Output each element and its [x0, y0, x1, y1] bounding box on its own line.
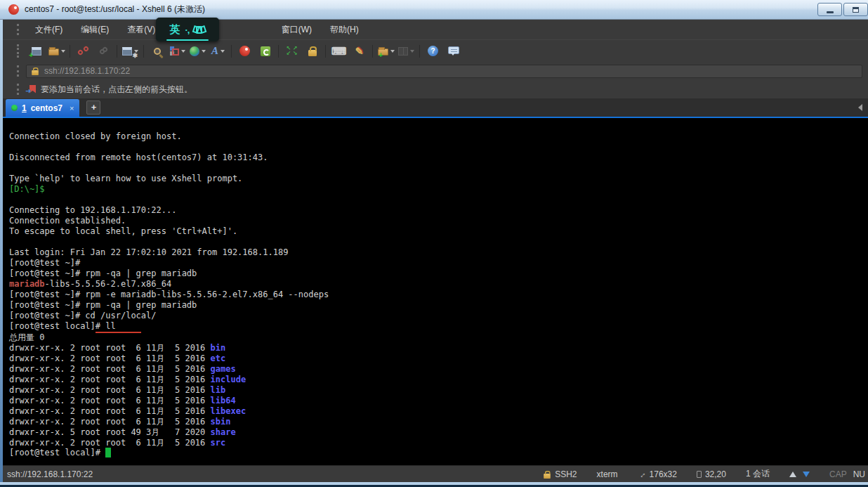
terminal-line: Disconnected from remote host(centos7) a… — [9, 152, 868, 163]
ssh-lock-icon — [544, 473, 551, 478]
minimize-button[interactable] — [817, 3, 842, 16]
dropdown-caret-icon[interactable] — [181, 50, 185, 53]
lock-icon[interactable] — [303, 43, 322, 60]
cursor-position-icon — [697, 471, 702, 478]
maximize-button[interactable] — [843, 3, 868, 16]
terminal-line — [9, 163, 868, 174]
xshell-window: centos7 - root@test:/usr/local - Xshell … — [0, 0, 868, 487]
terminal-line: To escape to local shell, press 'Ctrl+Al… — [9, 226, 868, 237]
terminal-line: [root@test ~]# — [9, 258, 868, 268]
new-tab-button[interactable]: + — [86, 100, 100, 115]
terminal-line — [9, 237, 868, 247]
window-left-border — [0, 20, 3, 482]
addressbar-drag-handle[interactable] — [17, 65, 19, 77]
window-bottom-border — [0, 482, 868, 487]
terminal-line: drwxr-xr-x. 5 root root 49 3月 7 2020 sha… — [9, 427, 868, 437]
terminal-line: mariadb-libs-5.5.56-2.el7.x86_64 — [9, 279, 868, 290]
terminal-line: [root@test ~]# rpm -qa | grep mariadb — [9, 268, 868, 279]
scroll-up-icon[interactable] — [789, 472, 796, 477]
terminal-line: drwxr-xr-x. 2 root root 6 11月 5 2016 lib… — [9, 395, 868, 405]
tab-centos7[interactable]: 1 centos7 × — [6, 99, 79, 117]
address-bar: ssh://192.168.1.170:22 — [0, 62, 868, 80]
toolbar-separator — [419, 45, 420, 58]
dropdown-caret-icon[interactable] — [202, 50, 206, 53]
menu-item[interactable]: 编辑(E) — [72, 25, 118, 34]
dropdown-caret-icon[interactable] — [61, 50, 65, 53]
ime-skin-icon[interactable] — [194, 25, 205, 34]
status-cursor-position: 32,20 — [697, 469, 726, 479]
connected-status-icon — [11, 105, 18, 111]
terminal-line: drwxr-xr-x. 2 root root 6 11月 5 2016 sbi… — [9, 416, 868, 427]
new-session-icon[interactable]: + — [27, 43, 46, 60]
toolbar-separator — [278, 45, 279, 58]
session-properties-icon[interactable]: ✱ — [121, 43, 140, 60]
scroll-down-icon[interactable] — [803, 472, 810, 477]
encoding-icon[interactable] — [188, 43, 207, 60]
terminal-line: drwxr-xr-x. 2 root root 6 11月 5 2016 lib — [9, 384, 868, 395]
address-input[interactable]: ssh://192.168.1.170:22 — [26, 65, 862, 78]
fullscreen-icon[interactable]: ↖↗↙↘ — [282, 43, 301, 60]
toolbar: +✱A↖↗↙↘⌨✎+? — [0, 39, 868, 62]
terminal-line: [root@test local]# ll — [9, 321, 868, 332]
terminal-line: [D:\~]$ — [9, 184, 868, 195]
compose-layout-icon[interactable] — [168, 43, 187, 60]
xftp-icon[interactable] — [256, 43, 275, 60]
terminal-line: Type `help' to learn how to use Xshell p… — [9, 174, 868, 184]
menu-item[interactable]: 窗口(W) — [272, 25, 321, 34]
status-terminal-type: xterm — [597, 469, 618, 479]
terminal-line: [root@test ~]# cd /usr/local/ — [9, 311, 868, 321]
ime-mode-indicator[interactable]: 英 — [170, 23, 180, 37]
terminal-line: drwxr-xr-x. 2 root root 6 11月 5 2016 gam… — [9, 363, 868, 374]
toolbar-drag-handle[interactable] — [17, 44, 19, 58]
terminal-line: Connection established. — [9, 216, 868, 226]
terminal-line: [root@test ~]# rpm -e mariadb-libs-5.5.5… — [9, 290, 868, 300]
xshell-logo-icon — [8, 4, 19, 15]
terminal-line: drwxr-xr-x. 2 root root 6 11月 5 2016 bin — [9, 342, 868, 353]
dropdown-caret-icon[interactable] — [221, 50, 225, 53]
terminal[interactable]: Connection closed by foreign host. Disco… — [0, 118, 868, 465]
open-session-icon[interactable] — [47, 43, 66, 60]
font-icon[interactable]: A — [209, 43, 228, 60]
virtual-keyboard-icon[interactable]: ⌨ — [329, 43, 348, 60]
new-file-icon[interactable]: + — [376, 43, 395, 60]
ime-punctuation-icon[interactable]: ·, — [185, 25, 190, 35]
terminal-line: Last login: Fri Jan 22 17:02:10 2021 fro… — [9, 247, 868, 258]
title-bar: centos7 - root@test:/usr/local - Xshell … — [0, 0, 868, 20]
tab-close-icon[interactable]: × — [70, 104, 74, 112]
toolbar-separator — [372, 45, 373, 58]
status-url: ssh://192.168.1.170:22 — [7, 469, 543, 479]
tab-scroll-left-icon[interactable] — [858, 104, 862, 111]
terminal-line: 总用量 0 — [9, 332, 868, 342]
find-icon[interactable] — [147, 43, 166, 60]
feedback-icon[interactable] — [444, 43, 463, 60]
toolbar-separator — [117, 45, 117, 58]
dropdown-caret-icon[interactable] — [410, 50, 414, 53]
tile-windows-icon — [397, 43, 416, 60]
terminal-line: drwxr-xr-x. 2 root root 6 11月 5 2016 etc — [9, 353, 868, 363]
terminal-line — [9, 142, 868, 152]
status-num-lock: NU — [853, 469, 865, 479]
tab-bar: 1 centos7 × + — [0, 98, 868, 118]
terminal-line — [9, 195, 868, 205]
xshell-icon[interactable] — [235, 43, 254, 60]
help-icon[interactable]: ? — [423, 43, 442, 60]
terminal-line: drwxr-xr-x. 2 root root 6 11月 5 2016 src — [9, 437, 868, 448]
terminal-line: Connecting to 192.168.1.170:22... — [9, 205, 868, 216]
maximize-icon — [853, 7, 859, 13]
status-bar: ssh://192.168.1.170:22 SSH2 xterm ↔176x3… — [0, 465, 868, 482]
bookmark-flag-icon: ➜ — [26, 85, 36, 94]
highlight-pen-icon[interactable]: ✎ — [350, 43, 369, 60]
info-message: 要添加当前会话，点击左侧的箭头按钮。 — [41, 84, 192, 96]
info-bar: ➜ 要添加当前会话，点击左侧的箭头按钮。 — [0, 80, 868, 98]
menu-item[interactable]: 帮助(H) — [321, 25, 368, 34]
menu-bar: 文件(F)编辑(E)查看(V)工具(T 窗口(W)帮助(H) 英 ·, — [0, 20, 868, 39]
status-terminal-size: ↔176x32 — [638, 469, 677, 479]
minimize-icon — [827, 11, 834, 13]
menu-item[interactable]: 文件(F) — [26, 25, 72, 34]
infobar-drag-handle[interactable] — [17, 84, 19, 95]
dropdown-caret-icon[interactable] — [390, 50, 395, 53]
resize-icon: ↔ — [635, 467, 647, 480]
disconnect-icon[interactable] — [74, 43, 93, 60]
window-title: centos7 - root@test:/usr/local - Xshell … — [25, 4, 205, 15]
menubar-drag-handle[interactable] — [17, 24, 19, 36]
